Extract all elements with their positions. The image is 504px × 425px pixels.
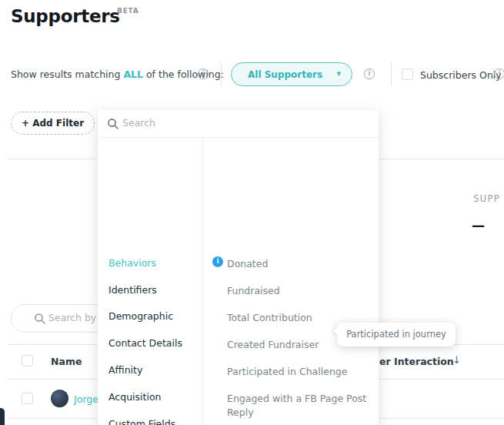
row-checkbox[interactable] bbox=[22, 393, 33, 404]
option-fundraised[interactable]: Fundraised bbox=[227, 284, 375, 298]
supporter-name-link[interactable]: Jorge bbox=[74, 393, 98, 405]
category-demographic[interactable]: Demographic bbox=[108, 310, 173, 322]
match-rule-prefix: Show results matching bbox=[11, 69, 123, 80]
supporters-page: Supporters BETA Show results matching AL… bbox=[0, 0, 504, 425]
add-filter-dropdown: Behaviors Identifiers Demographic Contac… bbox=[98, 110, 379, 425]
beta-badge: BETA bbox=[117, 7, 139, 15]
segment-selector-dropdown[interactable]: All Supporters ▾ bbox=[231, 62, 352, 86]
segment-selector-label: All Supporters bbox=[248, 69, 322, 80]
supporters-stat-label: SUPP bbox=[473, 193, 500, 204]
column-header-name[interactable]: Name bbox=[51, 356, 82, 367]
option-engaged-fb-page-post-reply[interactable]: Engaged with a FB Page Post Reply bbox=[227, 392, 375, 420]
add-filter-button[interactable]: + Add Filter bbox=[11, 112, 95, 135]
category-custom-fields[interactable]: Custom Fields bbox=[108, 418, 175, 425]
select-all-checkbox[interactable] bbox=[22, 355, 33, 366]
info-icon[interactable]: i bbox=[212, 256, 223, 267]
category-behaviors[interactable]: Behaviors bbox=[108, 257, 156, 269]
category-acquisition[interactable]: Acquisition bbox=[108, 391, 161, 403]
category-contact-details[interactable]: Contact Details bbox=[108, 337, 182, 349]
subscribers-only-label: Subscribers Only bbox=[420, 69, 502, 81]
chevron-down-icon: ▾ bbox=[336, 69, 341, 79]
subscribers-info-icon[interactable]: i bbox=[494, 69, 504, 79]
divider bbox=[221, 62, 222, 86]
option-participated-in-challenge[interactable]: Participated in Challenge bbox=[227, 365, 375, 379]
divider bbox=[391, 62, 392, 86]
category-affinity[interactable]: Affinity bbox=[108, 364, 142, 376]
match-rule-keyword[interactable]: ALL bbox=[123, 69, 143, 80]
category-identifiers[interactable]: Identifiers bbox=[108, 284, 157, 296]
dropdown-search-field[interactable] bbox=[98, 110, 379, 137]
avatar bbox=[51, 390, 68, 407]
page-title: Supporters bbox=[11, 6, 120, 26]
tooltip: Participated in journey bbox=[337, 323, 456, 346]
segment-info-icon[interactable]: i bbox=[364, 69, 375, 79]
option-donated[interactable]: Donated bbox=[227, 257, 375, 271]
search-icon bbox=[34, 313, 46, 325]
divider bbox=[202, 138, 203, 425]
match-rule-text: Show results matching ALL of the followi… bbox=[11, 69, 224, 80]
match-rule-suffix: of the following: bbox=[143, 69, 224, 80]
subscribers-only-checkbox[interactable] bbox=[402, 69, 413, 80]
match-rule-info-icon[interactable]: i bbox=[198, 69, 209, 79]
column-header-interaction[interactable]: er Interaction bbox=[379, 356, 454, 367]
widget-edge bbox=[0, 408, 5, 425]
search-icon bbox=[107, 118, 119, 130]
divider bbox=[98, 137, 379, 138]
dropdown-search-input[interactable] bbox=[122, 117, 353, 129]
sort-descending-icon[interactable]: ↓ bbox=[452, 354, 461, 366]
supporters-stat-value: — bbox=[472, 218, 485, 233]
